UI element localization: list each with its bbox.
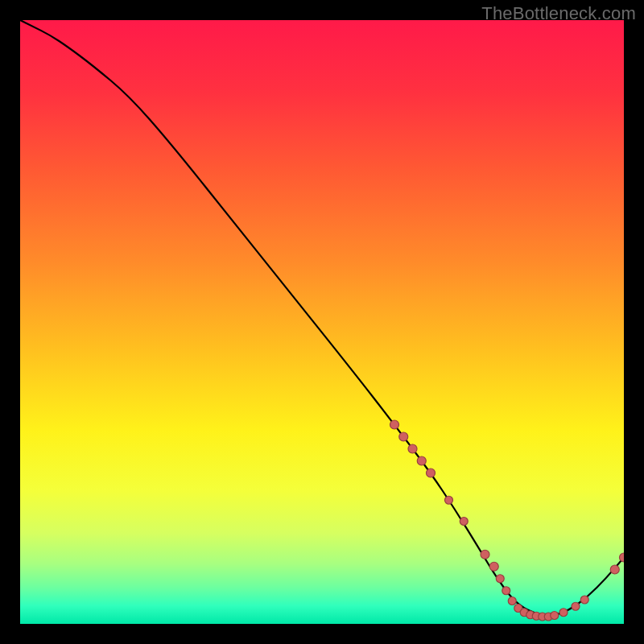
data-point [408,444,417,453]
data-point [427,469,436,477]
data-point [390,420,399,429]
data-point [489,562,498,571]
data-point [417,456,426,465]
data-point [508,597,516,605]
data-point [620,553,625,562]
chart-container: TheBottleneck.com [0,0,644,644]
data-point [551,612,559,620]
data-point [502,587,510,595]
data-point [580,596,588,604]
data-point [445,496,453,504]
data-point [460,518,468,526]
data-point [481,550,489,559]
data-point [559,609,568,617]
watermark-text: TheBottleneck.com [481,3,636,24]
data-point [572,602,580,610]
data-point [496,575,504,583]
points-layer [20,20,624,624]
plot-area [20,20,624,624]
data-point [399,432,408,441]
data-point [610,565,619,574]
